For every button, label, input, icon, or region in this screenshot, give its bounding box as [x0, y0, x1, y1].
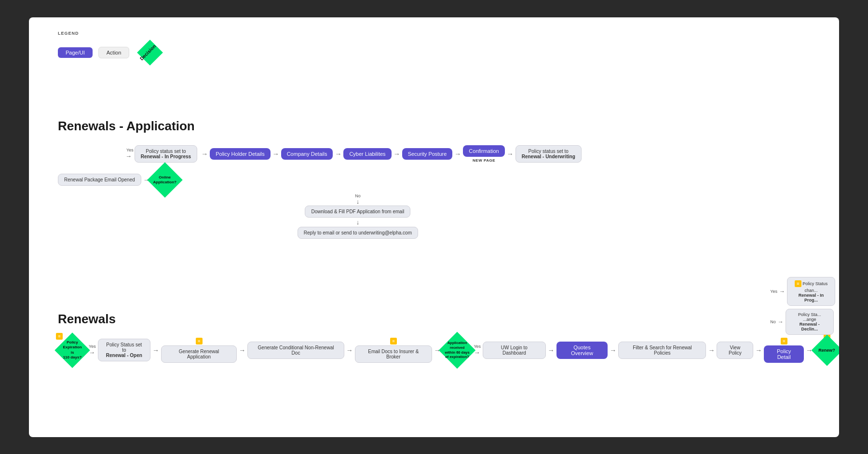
confirmation-node: Confirmation: [463, 145, 504, 157]
legend-page-ui: Page/UI: [58, 47, 93, 58]
uw-login-node: UW Login to Dashboard: [483, 342, 546, 359]
renewals-section: Renewals ≡ Policy Expiration is 110 days…: [58, 312, 839, 365]
arrow-r1: [150, 346, 161, 354]
arrow3: [333, 150, 343, 158]
quotes-overview-node: Quotes Overview: [556, 342, 608, 359]
legend-decision-wrap: Decision: [135, 40, 161, 66]
no-label: No: [355, 193, 361, 198]
legend-section: LEGEND Page/UI Action Decision: [58, 31, 161, 66]
arrow1: [199, 150, 210, 158]
download-fill-node: Download & Fill PDF Application from ema…: [305, 206, 410, 218]
company-details-node: Company Details: [281, 148, 333, 160]
email-docs-wrap: ≡ Email Docs to Insurer & Broker: [355, 338, 432, 363]
reply-email-node: Reply to email or send to underwriting@e…: [298, 227, 418, 239]
legend-title: LEGEND: [58, 31, 161, 36]
renewals-application-section: Renewals - Application Yes → Policy stat…: [58, 119, 582, 239]
policy-expiration-diamond-wrap: ≡ Policy Expiration is 110 days?: [58, 336, 87, 365]
policy-detail-wrap: ≡ Policy Detail: [764, 338, 804, 363]
confirmation-section: Confirmation NEW PAGE: [463, 145, 504, 163]
new-page-label: NEW PAGE: [473, 158, 495, 163]
legend-items: Page/UI Action Decision: [58, 40, 161, 66]
status-in-progress-node: ≡ Policy Status chan... Renewal - In Pro…: [787, 277, 835, 306]
arrow2: [271, 150, 281, 158]
filter-search-node: Filter & Search for Renewal Policies: [618, 342, 706, 359]
arrow6: [505, 150, 515, 158]
status-open-node: Policy Status set to Renewal - Open: [98, 339, 150, 361]
expiration-diamond-label: Policy Expiration is 110 days?: [63, 340, 81, 360]
arrow-r7: [706, 346, 717, 354]
yes-label-top: Yes: [126, 148, 134, 152]
yes-renew-row: Yes → ≡ Policy Status chan... Renewal - …: [770, 277, 835, 306]
status-set-renewal-in-progress-node: Policy status set to Renewal - In Progre…: [135, 145, 197, 163]
arrow-r6: [608, 346, 618, 354]
note-badge-renewal: ≡: [196, 338, 203, 344]
note-badge-email: ≡: [390, 338, 397, 344]
arrow5: [452, 150, 463, 158]
renewals-title: Renewals: [58, 312, 839, 327]
note-badge-expiration: ≡: [56, 333, 63, 340]
email-docs-node: Email Docs to Insurer & Broker: [355, 345, 432, 363]
generate-renewal-node: Generate Renewal Application: [161, 345, 237, 363]
cyber-liabilities-node: Cyber Liabilites: [343, 148, 391, 160]
view-policy-node: View Policy: [717, 342, 753, 359]
no-branch: No ↓ Download & Fill PDF Application fro…: [134, 193, 582, 239]
note-badge-yes-renew: ≡: [795, 280, 801, 287]
policy-holder-details-node: Policy Holder Details: [210, 148, 270, 160]
status-set-underwriting-node: Policy status set to Renewal - Underwrit…: [515, 145, 582, 163]
renewals-application-title: Renewals - Application: [58, 119, 582, 134]
security-posture-node: Security Posture: [402, 148, 453, 160]
legend-action: Action: [98, 47, 130, 58]
arrow-r3: [344, 346, 355, 354]
renew-diamond-wrap: ≡ Renew?: [814, 338, 839, 363]
renewals-flow-row: ≡ Policy Expiration is 110 days? Yes → P…: [58, 335, 839, 365]
note-badge-policy-detail: ≡: [781, 338, 787, 344]
arrow-r8: [753, 346, 764, 354]
diamond-label: Online Application?: [153, 175, 176, 185]
renew-diamond-label: Renew?: [818, 348, 835, 353]
status-decline-node: Policy Sta... ...ange Renewal - Declin..…: [786, 309, 834, 335]
renewal-package-email-node: Renewal Package Email Opened: [58, 174, 141, 186]
generate-conditional-node: Generate Conditional Non-Renewal Doc: [247, 342, 344, 359]
arrow-r5: [546, 346, 556, 354]
arrow-r2: [237, 346, 247, 354]
application-received-label: Application received within 60 days of e…: [445, 341, 469, 359]
generate-renewal-wrap: ≡ Generate Renewal Application: [161, 338, 237, 363]
application-received-diamond-wrap: Application received within 60 days of e…: [443, 335, 472, 365]
arrow4: [392, 150, 402, 158]
no-renew-row: No → Policy Sta... ...ange Renewal - Dec…: [770, 309, 835, 335]
right-edge-content: Yes → ≡ Policy Status chan... Renewal - …: [766, 273, 839, 339]
policy-detail-node: Policy Detail: [764, 345, 804, 363]
main-canvas: LEGEND Page/UI Action Decision Renewals …: [29, 17, 839, 437]
online-application-diamond: Online Application?: [151, 166, 178, 193]
